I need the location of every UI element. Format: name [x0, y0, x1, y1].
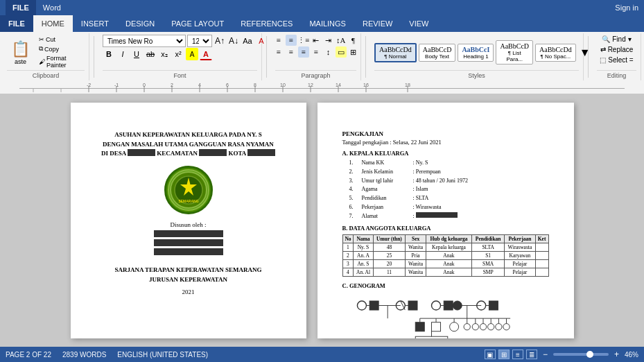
- subscript-button[interactable]: x₂: [158, 48, 171, 60]
- ribbon-tab-mailings[interactable]: MAILINGS: [301, 15, 354, 32]
- format-painter-button[interactable]: 🖌Format Painter: [37, 54, 85, 69]
- font-shrink-button[interactable]: A↓: [227, 35, 240, 47]
- editing-label: Editing: [597, 70, 636, 79]
- col-no: No: [342, 234, 354, 243]
- borders-button[interactable]: ⊞: [348, 46, 359, 58]
- ribbon-tab-pagelayout[interactable]: PAGE LAYOUT: [163, 15, 232, 32]
- shading-button[interactable]: ▭: [336, 46, 347, 58]
- style-heading1[interactable]: AaBbCcI Heading 1: [458, 44, 494, 62]
- info-row-2: 2. Jenis Kelamin : Perempuan: [349, 168, 549, 177]
- ribbon-tab-design[interactable]: DESIGN: [117, 15, 163, 32]
- clipboard-group: 📋 aste ✂Cut ⧉Copy 🖌Format Painter Clipbo…: [3, 33, 89, 80]
- font-grow-button[interactable]: A↑: [214, 35, 226, 47]
- svg-point-53: [464, 323, 470, 329]
- style-normal[interactable]: AaBbCcDd ¶ Normal: [374, 43, 417, 62]
- table-row: 1 Ny. S 48 Wanita Kepala keluarga SLTA W…: [342, 243, 548, 251]
- col-pendidikan: Pendidikan: [472, 234, 505, 243]
- align-left-button[interactable]: ≡: [273, 46, 284, 58]
- minus-zoom-button[interactable]: −: [543, 350, 548, 359]
- paste-label: aste: [15, 58, 26, 65]
- view-web-button[interactable]: ⊞: [498, 350, 510, 359]
- ribbon-tab-insert[interactable]: INSERT: [73, 15, 117, 32]
- style-nospace-preview: AaBbCcDd: [539, 46, 572, 53]
- scissors-icon: ✂: [39, 36, 44, 43]
- italic-button[interactable]: I: [116, 48, 129, 60]
- svg-point-52: [449, 322, 458, 331]
- plus-zoom-button[interactable]: +: [614, 350, 619, 359]
- editing-group: 🔍Find▾ ⇄Replace ⬚Select = Editing: [593, 33, 641, 80]
- svg-rect-45: [489, 301, 498, 310]
- svg-text:16: 16: [363, 83, 369, 87]
- underline-button[interactable]: U: [130, 48, 143, 60]
- font-row-1: Times New Ro 12 A↑ A↓ Aa A: [103, 35, 268, 47]
- svg-text:SEMARANG: SEMARANG: [178, 199, 198, 203]
- ribbon-tab-references[interactable]: REFERENCES: [232, 15, 301, 32]
- style-nospace[interactable]: AaBbCcDd ¶ No Spac...: [535, 44, 576, 62]
- bold-button[interactable]: B: [103, 48, 115, 60]
- paragraph-content: ≡ ≡ ⋮≡ ⇤ ⇥ ↕A ¶ ≡ ≡ ≡ ≡ ↕ ▭ ⊞: [275, 35, 356, 70]
- decrease-indent-button[interactable]: ⇤: [311, 35, 322, 46]
- svg-point-31: [357, 301, 366, 310]
- tab-file-title[interactable]: FILE: [6, 0, 36, 15]
- bullets-button[interactable]: ≡: [273, 35, 284, 46]
- style-body[interactable]: AaBbCcD Body Text: [419, 44, 456, 62]
- increase-indent-button[interactable]: ⇥: [323, 35, 334, 46]
- family-table: No Nama Umur (thn) Sex Hub dg keluarga P…: [342, 234, 549, 277]
- ribbon-tab-view[interactable]: VIEW: [401, 15, 437, 32]
- svg-text:12: 12: [308, 83, 313, 87]
- svg-point-40: [431, 301, 440, 310]
- align-center-button[interactable]: ≡: [286, 46, 297, 58]
- justify-button[interactable]: ≡: [311, 46, 322, 58]
- cover-title: ASUHAN KEPERAWATAN KELUARGA PADA NY. S D…: [96, 130, 281, 159]
- replace-button[interactable]: ⇄Replace: [598, 45, 636, 54]
- ribbon-content: 📋 aste ✂Cut ⧉Copy 🖌Format Painter Clipbo…: [0, 32, 644, 82]
- find-button[interactable]: 🔍Find▾: [600, 35, 633, 44]
- cover-logo: SEMARANG: [96, 166, 281, 214]
- align-right-button[interactable]: ≡: [298, 46, 309, 58]
- change-case-button[interactable]: Aa: [241, 35, 254, 47]
- para-row-1: ≡ ≡ ⋮≡ ⇤ ⇥ ↕A ¶: [273, 35, 359, 46]
- font-size-select[interactable]: 12: [187, 35, 212, 47]
- text-highlight-button[interactable]: A: [186, 48, 198, 60]
- col-sex: Sex: [406, 234, 426, 243]
- paste-button[interactable]: 📋 aste: [7, 39, 34, 67]
- redact-desa: [128, 149, 155, 156]
- cover-author: Disusun oleh :: [96, 221, 281, 228]
- svg-point-58: [503, 323, 509, 329]
- line-spacing-button[interactable]: ↕: [323, 46, 334, 58]
- font-row-2: B I U ab x₂ x² A A: [103, 48, 212, 60]
- view-print-button[interactable]: ▣: [485, 350, 496, 359]
- svg-rect-0: [19, 88, 625, 89]
- copy-button[interactable]: ⧉Copy: [37, 44, 85, 53]
- style-listpara[interactable]: AaBbCcD ¶ List Para...: [496, 40, 533, 64]
- font-group: Times New Ro 12 A↑ A↓ Aa A B I U ab x₂ x…: [98, 33, 262, 80]
- select-button[interactable]: ⬚Select =: [598, 55, 635, 64]
- ribbon-tab-file[interactable]: FILE: [0, 15, 33, 32]
- find-dropdown-icon: ▾: [628, 35, 632, 43]
- numbering-button[interactable]: ≡: [286, 35, 297, 46]
- strikethrough-button[interactable]: ab: [144, 48, 157, 60]
- genogram-svg: Ny. S / 48t: [342, 292, 549, 338]
- view-draft-button[interactable]: ≣: [526, 350, 537, 359]
- superscript-button[interactable]: x²: [172, 48, 184, 60]
- sort-button[interactable]: ↕A: [336, 35, 347, 46]
- sign-in[interactable]: Sign in: [615, 3, 638, 12]
- cut-button[interactable]: ✂Cut: [37, 35, 85, 44]
- font-color-button[interactable]: A: [200, 48, 212, 60]
- divider-2: [266, 36, 267, 78]
- table-row: 2 An. A 25 Pria Anak S1 Karyawan: [342, 251, 548, 259]
- svg-text:10: 10: [280, 83, 286, 87]
- styles-scroll-down[interactable]: ▼: [580, 46, 591, 59]
- view-outline-button[interactable]: ≡: [512, 350, 523, 359]
- editing-content: 🔍Find▾ ⇄Replace ⬚Select =: [597, 35, 636, 70]
- section-date: Tanggal pengkajian : Selasa, 22 Juni 202…: [342, 139, 549, 146]
- multilevel-button[interactable]: ⋮≡: [298, 35, 309, 46]
- svg-text:4: 4: [198, 83, 201, 87]
- font-face-select[interactable]: Times New Ro: [103, 35, 186, 47]
- document-area: ASUHAN KEPERAWATAN KELUARGA PADA NY. S D…: [0, 94, 644, 347]
- show-formatting-button[interactable]: ¶: [348, 35, 359, 46]
- ribbon-tab-home[interactable]: HOME: [33, 15, 73, 32]
- ribbon-tab-review[interactable]: REVIEW: [354, 15, 401, 32]
- zoom-slider[interactable]: [553, 353, 609, 356]
- svg-rect-35: [408, 301, 417, 310]
